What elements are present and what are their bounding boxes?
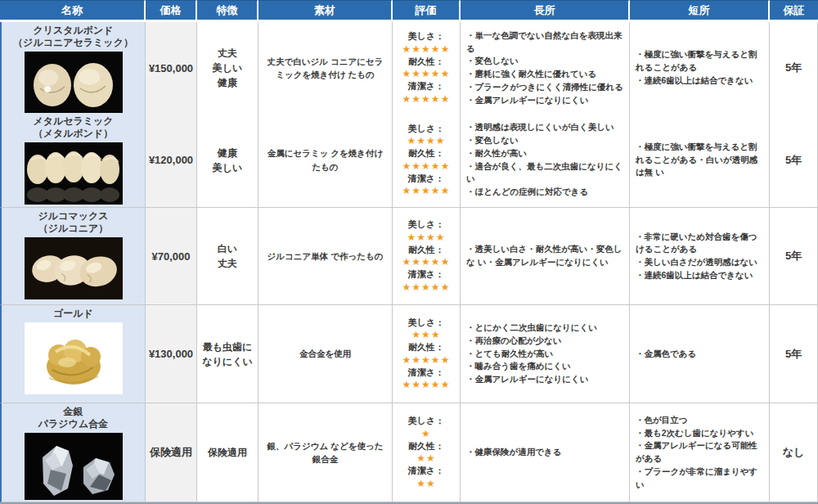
material-cell: 丈夫で白いジル コニアにセラミックを焼き付け たもの bbox=[258, 22, 393, 115]
dental-crown-comparison-table: 名称 価格 特徴 素材 評価 長所 短所 保証 クリスタルボンド （ジルコニアセ… bbox=[0, 0, 818, 504]
rating-label-beauty: 美しさ： bbox=[408, 415, 445, 427]
cons-cell: ・極度に強い衝撃を与えると割 れることがある・白いが透明感は無 い bbox=[630, 113, 770, 208]
header-pros: 長所 bbox=[461, 0, 630, 20]
rating-stars-beauty: ★★★ bbox=[411, 329, 440, 341]
warranty-cell: なし bbox=[770, 403, 818, 502]
crown-name-label: 金銀 パラジウム合金 bbox=[38, 406, 108, 430]
header-warranty: 保証 bbox=[770, 0, 818, 20]
material-cell: 金合金を使用 bbox=[258, 305, 393, 403]
pros-cell: ・健康保険が適用できる bbox=[461, 403, 630, 502]
material-cell: ジルコニア単体 で作ったもの bbox=[258, 208, 393, 305]
header-rating: 評価 bbox=[393, 0, 461, 20]
zirconia-bridge-photo bbox=[25, 237, 123, 299]
header-features: 特徴 bbox=[197, 0, 258, 20]
warranty-cell: 5年 bbox=[770, 22, 818, 115]
rating-label-cleanliness: 清潔さ： bbox=[408, 268, 444, 281]
features-cell: 丈夫 美しい 健康 bbox=[197, 22, 258, 115]
header-material: 素材 bbox=[258, 0, 393, 20]
rating-cell: 美しさ： ★★★★ 耐久性： ★★★★★ 清潔さ： ★★★★★ bbox=[393, 208, 461, 305]
rating-stars-durability: ★★★★★ bbox=[402, 256, 451, 268]
cons-cell: ・金属色である bbox=[630, 305, 770, 403]
silver-crowns-photo bbox=[25, 433, 123, 500]
rating-label-durability: 耐久性： bbox=[408, 341, 444, 353]
table-header-row: 名称 価格 特徴 素材 評価 長所 短所 保証 bbox=[0, 0, 818, 20]
crown-name-label: ゴールド bbox=[53, 308, 93, 320]
rating-cell: 美しさ： ★★★★★ 耐久性： ★★★★★ 清潔さ： ★★★★★ bbox=[393, 22, 461, 115]
rating-label-cleanliness: 清潔さ： bbox=[408, 465, 444, 477]
price-cell: ¥150,000 bbox=[146, 22, 197, 115]
features-cell: 最も虫歯に なりにくい bbox=[197, 305, 258, 403]
table-row: ゴールド ¥130,000 最も虫歯に なりにくい 金合金を使用 美しさ： ★★… bbox=[0, 305, 818, 403]
material-cell: 銀、パラジウム などを使った銀合金 bbox=[258, 403, 393, 502]
rating-label-durability: 耐久性： bbox=[408, 56, 444, 68]
table-row: クリスタルボンド （ジルコニアセラミック） ¥150,000 丈夫 美しい 健康… bbox=[0, 22, 818, 113]
rating-label-cleanliness: 清潔さ： bbox=[408, 173, 444, 185]
rating-cell: 美しさ： ★ 耐久性： ★★ 清潔さ： ★★ bbox=[393, 403, 461, 502]
features-cell: 保険適用 bbox=[197, 403, 258, 502]
price-cell: 保険適用 bbox=[146, 403, 197, 502]
metal-ceramic-bridge-photo bbox=[25, 142, 123, 205]
features-cell: 健康 美しい bbox=[197, 113, 258, 208]
price-cell: ¥70,000 bbox=[146, 208, 197, 305]
cons-cell: ・非常に硬いため対合歯を傷つ けることがある ・美しい白さだが透明感はない ・連… bbox=[630, 208, 770, 305]
rating-stars-durability: ★★★★★ bbox=[402, 354, 451, 367]
name-cell-metal-ceramic: メタルセラミック （メタルボンド） bbox=[0, 113, 146, 208]
pros-cell: ・単一な色調でない自然な白を表現出来る ・変色しない ・磨耗に強く耐久性に優れて… bbox=[461, 22, 630, 115]
rating-cell: 美しさ： ★★★★ 耐久性： ★★★★★ 清潔さ： ★★★★★ bbox=[393, 113, 461, 208]
header-cons: 短所 bbox=[630, 0, 770, 20]
name-cell-zirco-max: ジルコマックス （ジルコニア） bbox=[0, 208, 146, 305]
crown-name-label: ジルコマックス （ジルコニア） bbox=[38, 210, 109, 235]
rating-label-cleanliness: 清潔さ： bbox=[408, 367, 444, 379]
rating-stars-durability: ★★ bbox=[416, 452, 436, 465]
rating-stars-durability: ★★★★★ bbox=[402, 160, 451, 173]
table-row: メタルセラミック （メタルボンド） ¥120,000 健康 美しい bbox=[0, 113, 818, 208]
table-row: 金銀 パラジウム合金 保険適用 保険適用 銀、パラジウム などを使った銀合金 美… bbox=[0, 403, 818, 502]
rating-label-beauty: 美しさ： bbox=[408, 218, 445, 231]
pros-cell: ・透明感は表現しにくいが白く美しい ・変色しない ・耐久性が高い ・適合が良く、… bbox=[461, 113, 630, 208]
header-price: 価格 bbox=[146, 0, 197, 20]
table-row: ジルコマックス （ジルコニア） ¥70,000 白い 丈夫 ジルコニア単体 で作… bbox=[0, 208, 818, 305]
rating-stars-cleanliness: ★★★★★ bbox=[402, 185, 451, 197]
rating-cell: 美しさ： ★★★ 耐久性： ★★★★★ 清潔さ： ★★★★★ bbox=[393, 305, 461, 403]
gold-crown-photo bbox=[25, 322, 123, 394]
warranty-cell: 5年 bbox=[770, 208, 818, 305]
rating-stars-beauty: ★★★★ bbox=[407, 135, 445, 147]
rating-stars-cleanliness: ★★ bbox=[416, 478, 436, 490]
rating-stars-durability: ★★★★★ bbox=[402, 68, 451, 80]
name-cell-palladium-alloy: 金銀 パラジウム合金 bbox=[0, 403, 146, 502]
rating-stars-cleanliness: ★★★★★ bbox=[402, 379, 451, 391]
rating-stars-cleanliness: ★★★★★ bbox=[402, 93, 451, 106]
cons-cell: ・色が目立つ ・最も2次むし歯になりやすい ・金属アレルギーになる可能性 がある… bbox=[630, 403, 770, 502]
rating-label-beauty: 美しさ： bbox=[408, 123, 445, 135]
rating-label-durability: 耐久性： bbox=[408, 440, 444, 452]
rating-label-durability: 耐久性： bbox=[408, 244, 444, 256]
cons-cell: ・極度に強い衝撃を与えると割 れることがある ・連続6歯以上は結合できない bbox=[630, 22, 770, 115]
crown-name-label: メタルセラミック （メタルボンド） bbox=[33, 115, 113, 140]
rating-label-cleanliness: 清潔さ： bbox=[408, 80, 444, 92]
material-cell: 金属にセラミッ クを焼き付けたもの bbox=[258, 113, 393, 208]
price-cell: ¥130,000 bbox=[146, 305, 197, 403]
rating-stars-beauty: ★ bbox=[421, 428, 431, 440]
rating-stars-beauty: ★★★★★ bbox=[402, 43, 451, 56]
name-cell-crystal-bond: クリスタルボンド （ジルコニアセラミック） bbox=[0, 22, 146, 115]
features-cell: 白い 丈夫 bbox=[197, 208, 258, 305]
rating-label-beauty: 美しさ： bbox=[408, 317, 445, 329]
header-name: 名称 bbox=[0, 0, 146, 20]
rating-stars-cleanliness: ★★★★★ bbox=[402, 281, 451, 294]
crystal-bond-crown-photo bbox=[25, 52, 123, 114]
crown-name-label: クリスタルボンド （ジルコニアセラミック） bbox=[13, 25, 133, 49]
pros-cell: ・とにかく二次虫歯になりにくい ・再治療の心配が少ない ・とても耐久性が高い ・… bbox=[461, 305, 630, 403]
rating-label-beauty: 美しさ： bbox=[408, 30, 445, 43]
warranty-cell: 5年 bbox=[770, 113, 818, 208]
pros-cell: ・透美しい白さ・耐久性が高い・変色しな い・金属アレルギーになりにくい bbox=[461, 208, 630, 305]
name-cell-gold: ゴールド bbox=[0, 305, 146, 403]
rating-stars-beauty: ★★★★ bbox=[407, 232, 445, 244]
warranty-cell: 5年 bbox=[770, 305, 818, 403]
price-cell: ¥120,000 bbox=[146, 113, 197, 208]
rating-label-durability: 耐久性： bbox=[408, 147, 444, 160]
